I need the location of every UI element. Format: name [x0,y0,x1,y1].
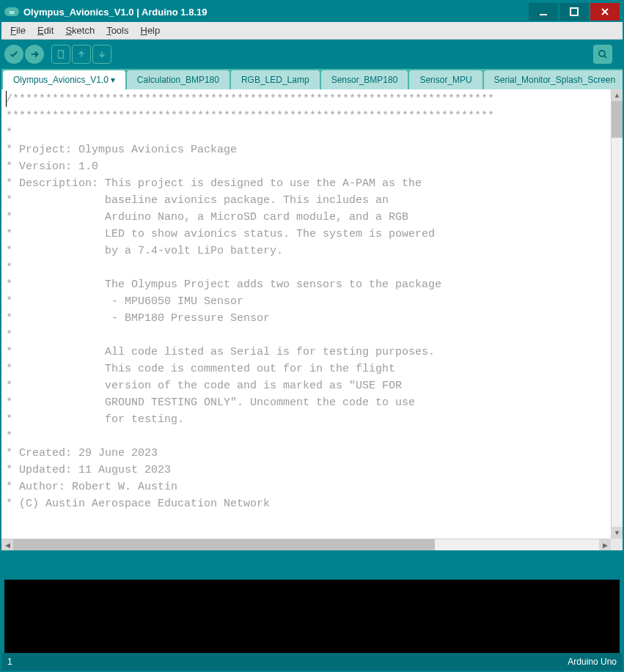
tab-sensor-bmp180[interactable]: Sensor_BMP180 [321,70,408,89]
line-number: 1 [7,657,12,667]
status-area [1,550,623,580]
code-editor[interactable]: /***************************************… [1,89,611,539]
scroll-left-button[interactable]: ◀ [1,539,13,550]
verify-button[interactable] [4,45,23,64]
tab-rgb-led[interactable]: RGB_LED_Lamp [231,70,320,89]
svg-rect-2 [59,51,64,59]
menu-sketch[interactable]: Sketch [59,23,100,37]
tab-label: Serial_Monitor_Splash_Screen [494,75,615,85]
svg-rect-0 [540,14,547,15]
scroll-down-button[interactable]: ▼ [612,527,623,539]
svg-point-3 [599,51,605,56]
tabs-bar: Olympus_Avionics_V1.0 ▾ Calculation_BMP1… [1,69,623,89]
tab-label: Olympus_Avionics_V1.0 [13,75,109,85]
menu-tools[interactable]: Tools [100,23,134,37]
toolbar [1,40,623,69]
tab-label: Calculation_BMP180 [137,75,219,85]
footer: 1 Arduino Uno [1,653,623,671]
open-button[interactable] [72,45,91,64]
save-button[interactable] [92,45,111,64]
tab-label: RGB_LED_Lamp [241,75,309,85]
titlebar: Olympus_Avionics_V1.0 | Arduino 1.8.19 [1,1,623,22]
horizontal-scrollbar[interactable]: ◀ ▶ [1,539,611,550]
tab-menu-icon[interactable]: ▾ [111,75,115,85]
scroll-thumb-horizontal[interactable] [13,539,435,550]
menu-help[interactable]: Help [134,23,166,37]
close-button[interactable] [590,3,620,21]
board-name: Arduino Uno [568,657,617,667]
scroll-up-button[interactable]: ▲ [612,89,623,101]
tab-serial-monitor[interactable]: Serial_Monitor_Splash_Screen [484,70,623,89]
svg-rect-1 [570,8,578,15]
text-cursor [6,91,7,107]
menubar: File Edit Sketch Tools Help [1,22,623,40]
serial-monitor-button[interactable] [593,45,612,64]
maximize-button[interactable] [559,3,589,21]
scroll-corner [611,539,623,550]
minimize-button[interactable] [529,3,558,21]
tab-main[interactable]: Olympus_Avionics_V1.0 ▾ [3,70,125,89]
app-icon [4,7,19,16]
vertical-scrollbar[interactable]: ▲ ▼ [611,89,623,539]
scroll-thumb-vertical[interactable] [612,101,623,138]
menu-file[interactable]: File [4,23,32,37]
upload-button[interactable] [25,45,44,64]
new-button[interactable] [51,45,70,64]
scroll-right-button[interactable]: ▶ [599,539,611,550]
console-area[interactable] [4,580,620,653]
tab-calculation[interactable]: Calculation_BMP180 [127,70,230,89]
tab-label: Sensor_BMP180 [331,75,398,85]
tab-label: Sensor_MPU [419,75,471,85]
tab-sensor-mpu[interactable]: Sensor_MPU [409,70,482,89]
menu-edit[interactable]: Edit [32,23,59,37]
window-title: Olympus_Avionics_V1.0 | Arduino 1.8.19 [23,7,529,18]
editor-area: /***************************************… [1,89,623,550]
